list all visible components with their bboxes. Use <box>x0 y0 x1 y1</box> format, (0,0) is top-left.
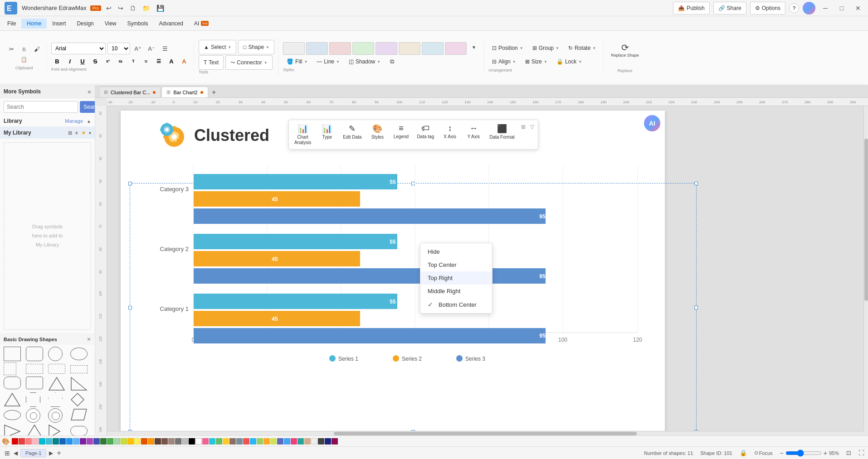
shape-rounded-sm[interactable] <box>48 364 65 374</box>
list2-btn[interactable]: ☰ <box>153 55 165 67</box>
handle-mr[interactable] <box>694 306 698 309</box>
superscript-btn[interactable]: x² <box>102 55 114 67</box>
color-swatch-orange2[interactable] <box>148 438 154 445</box>
chart-datatag-btn[interactable]: 🏷 Data tag <box>413 122 438 141</box>
c3[interactable] <box>216 438 222 445</box>
zoom-slider[interactable] <box>785 449 822 457</box>
open-btn[interactable]: 📁 <box>141 5 151 12</box>
share-btn[interactable]: 🔗 Share <box>713 2 746 14</box>
format-paint-btn[interactable]: 🖌 <box>31 44 43 54</box>
shape-tri4[interactable] <box>48 424 61 435</box>
line-btn[interactable]: — Line ▼ <box>313 56 343 68</box>
style-swatch-3[interactable] <box>329 42 351 55</box>
color-swatch-blue3[interactable] <box>73 438 79 445</box>
style-swatch-6[interactable] <box>399 42 420 55</box>
color-swatch-gray1[interactable] <box>175 438 181 445</box>
font-grow-btn[interactable]: A⁺ <box>132 43 144 53</box>
color-swatch-r3[interactable] <box>25 438 32 445</box>
style-swatch-4[interactable] <box>352 42 374 55</box>
menu-advanced[interactable]: Advanced <box>154 19 189 29</box>
c15[interactable] <box>297 438 304 445</box>
c14[interactable] <box>291 438 297 445</box>
c10[interactable] <box>263 438 270 445</box>
c6[interactable] <box>236 438 243 445</box>
style-swatch-1[interactable] <box>283 42 305 55</box>
menu-file[interactable]: File <box>2 19 21 29</box>
paste-btn[interactable]: 📋 <box>18 55 30 65</box>
my-library-star-btn[interactable]: ★ <box>81 130 86 136</box>
c2[interactable] <box>209 438 215 445</box>
shape-wide-rect[interactable] <box>70 365 88 373</box>
handle-ml[interactable] <box>128 306 132 309</box>
c8[interactable] <box>250 438 256 445</box>
color-swatch-cyan1[interactable] <box>39 438 45 445</box>
color-swatch-indigo[interactable] <box>93 438 100 445</box>
subscript-btn[interactable]: x₂ <box>115 55 127 67</box>
color-swatch-green3[interactable] <box>114 438 120 445</box>
dropdown-top-center[interactable]: Top Center <box>420 258 492 271</box>
zoom-out-btn[interactable]: − <box>780 449 784 457</box>
color-swatch-orange1[interactable] <box>141 438 147 445</box>
next-page-btn[interactable]: ▶ <box>48 450 54 456</box>
rotate-btn[interactable]: ↻ Rotate ▼ <box>565 42 600 54</box>
styles-expand-btn[interactable]: ⧉ <box>386 57 398 67</box>
text-btn[interactable]: T Text <box>199 55 224 70</box>
new-page-btn[interactable]: ⊞ <box>4 449 11 457</box>
shape-tri2[interactable] <box>4 424 21 435</box>
color-swatch-blue1[interactable] <box>59 438 66 445</box>
publish-btn[interactable]: 📤 Publish <box>673 2 709 14</box>
redo-btn[interactable]: ↪ <box>117 5 125 12</box>
c7[interactable] <box>243 438 249 445</box>
underline-btn[interactable]: U <box>77 55 88 67</box>
color-swatch-brown3[interactable] <box>168 438 175 445</box>
c17[interactable] <box>311 438 317 445</box>
style-swatch-2[interactable] <box>306 42 328 55</box>
shapes-close-btn[interactable]: ✕ <box>87 336 91 343</box>
bold-btn[interactable]: B <box>51 55 63 67</box>
chart-toolbar-close-btn[interactable]: ▽ <box>528 122 536 132</box>
handle-tl[interactable] <box>128 182 132 185</box>
tab-2[interactable]: ⊞ Bar Chart2 <box>161 87 208 97</box>
zoom-in-btn[interactable]: + <box>824 449 827 457</box>
fit-page-btn[interactable]: ⊡ <box>846 449 851 456</box>
search-btn[interactable]: Search <box>80 101 95 113</box>
c18[interactable] <box>318 438 324 445</box>
menu-view[interactable]: View <box>99 19 122 29</box>
c4[interactable] <box>223 438 229 445</box>
c9[interactable] <box>257 438 263 445</box>
connector-btn[interactable]: ⤳ Connector ▼ <box>225 55 272 70</box>
color-swatch-green1[interactable] <box>100 438 107 445</box>
style-swatch-5[interactable] <box>375 42 397 55</box>
group-btn[interactable]: ⊞ Group ▼ <box>529 42 563 54</box>
color-swatch-lime[interactable] <box>121 438 127 445</box>
dropdown-hide[interactable]: Hide <box>420 245 492 258</box>
shape-rect-rounded2[interactable] <box>26 377 43 389</box>
c20[interactable] <box>332 438 338 445</box>
prev-page-btn[interactable]: ◀ <box>13 450 19 456</box>
shape-parallelogram[interactable] <box>70 408 88 421</box>
my-library-section[interactable]: My Library ⊞ + ★ ▾ <box>0 127 95 139</box>
close-btn[interactable]: ✕ <box>852 3 864 13</box>
chart-styles-btn[interactable]: 🎨 Styles <box>366 122 389 141</box>
color-swatch-cyan2[interactable] <box>46 438 52 445</box>
shape-ring[interactable] <box>26 408 40 423</box>
style-swatch-7[interactable] <box>422 42 444 55</box>
style-swatch-8[interactable] <box>445 42 467 55</box>
color-swatch-r1[interactable] <box>12 438 18 445</box>
shape-ellipse[interactable] <box>70 348 88 360</box>
menu-symbols[interactable]: Symbols <box>122 19 154 29</box>
chart-edit-data-btn[interactable]: ✎ Edit Data <box>339 122 365 141</box>
scrollbar-h[interactable] <box>107 431 863 435</box>
menu-ai[interactable]: AI hot <box>189 19 214 29</box>
add-page-btn[interactable]: + <box>56 449 62 457</box>
shape-triangle[interactable] <box>48 377 65 391</box>
text-size-btn[interactable]: T <box>127 55 139 67</box>
tab-1[interactable]: ⊞ Clustered Bar C... <box>99 87 161 97</box>
chart-legend-btn[interactable]: ≡ Legend <box>390 122 412 141</box>
focus-btn[interactable]: ⊙ Focus <box>754 450 773 456</box>
font-family-select[interactable]: Arial <box>51 43 106 54</box>
color-swatch-brown1[interactable] <box>155 438 161 445</box>
c13[interactable] <box>284 438 290 445</box>
chart-dataformat-btn[interactable]: ⬛ Data Format <box>486 122 518 141</box>
color-swatch-purple2[interactable] <box>87 438 93 445</box>
